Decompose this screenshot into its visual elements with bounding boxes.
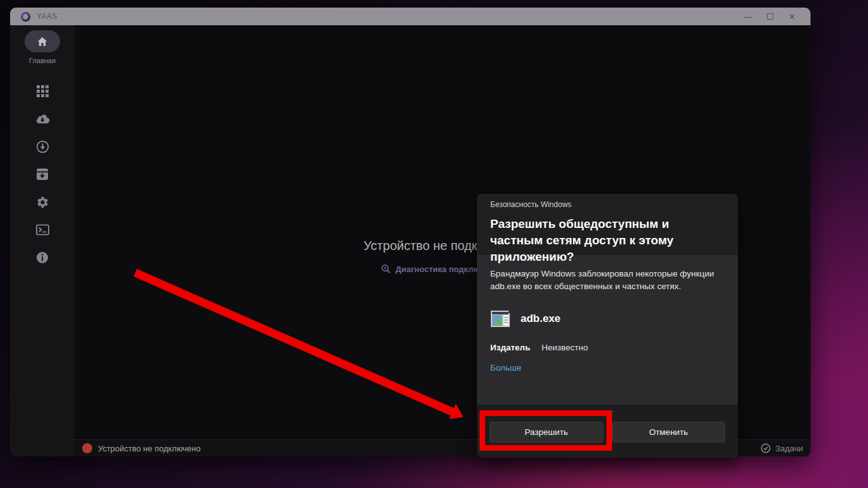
sidebar-item-apps-grid[interactable]: [28, 77, 56, 105]
sidebar-item-cloud-download[interactable]: [28, 105, 56, 133]
publisher-value: Неизвестно: [541, 343, 588, 352]
window-title: YAAS: [37, 12, 57, 21]
tasks-check-icon: [761, 443, 771, 453]
dialog-body: Брандмауэр Windows заблокировал некоторы…: [477, 255, 738, 405]
publisher-label: Издатель: [490, 343, 531, 352]
info-icon: [36, 251, 49, 264]
minimize-button[interactable]: —: [741, 9, 755, 23]
apps-grid-icon: [37, 85, 49, 97]
home-icon: [37, 36, 48, 47]
sidebar-item-info[interactable]: [28, 244, 56, 271]
connection-status-text: Устройство не подключено: [98, 444, 201, 453]
dialog-description: Брандмауэр Windows заблокировал некоторы…: [490, 268, 725, 293]
connection-status-dot: [82, 443, 92, 453]
download-circle-icon: [36, 140, 49, 153]
gear-icon: [36, 196, 49, 209]
dialog-app-title: Безопасность Windows: [490, 200, 725, 209]
annotation-highlight-rect: [479, 410, 612, 451]
adb-exe-icon: [490, 309, 512, 328]
cloud-download-icon: [35, 112, 50, 125]
sidebar-item-label: Главная: [29, 57, 56, 64]
tasks-label: Задачи: [775, 444, 803, 453]
app-row: adb.exe: [490, 309, 725, 328]
more-link[interactable]: Больше: [490, 363, 521, 372]
app-logo-icon: [20, 11, 31, 22]
tasks-button[interactable]: Задачи: [761, 443, 803, 453]
sidebar-item-home[interactable]: Главная: [25, 30, 60, 64]
maximize-icon: [767, 13, 773, 20]
package-install-icon: [36, 168, 49, 181]
titlebar: YAAS — ✕: [10, 8, 811, 25]
maximize-button[interactable]: [763, 9, 777, 23]
close-button[interactable]: ✕: [785, 9, 799, 23]
cancel-button[interactable]: Отменить: [612, 422, 726, 443]
publisher-row: Издатель Неизвестно: [490, 343, 725, 352]
window-controls: — ✕: [741, 9, 804, 23]
sidebar-item-download[interactable]: [28, 133, 56, 160]
sidebar-item-console[interactable]: [28, 216, 56, 244]
sidebar-item-settings[interactable]: [28, 188, 56, 216]
dialog-header: Безопасность Windows Разрешить общедосту…: [477, 194, 738, 255]
home-pill: [25, 30, 60, 52]
magnifier-icon: [381, 264, 391, 274]
terminal-icon: [36, 224, 49, 235]
sidebar: Главная: [10, 25, 75, 456]
app-name: adb.exe: [521, 312, 560, 325]
sidebar-item-package-install[interactable]: [28, 160, 56, 188]
